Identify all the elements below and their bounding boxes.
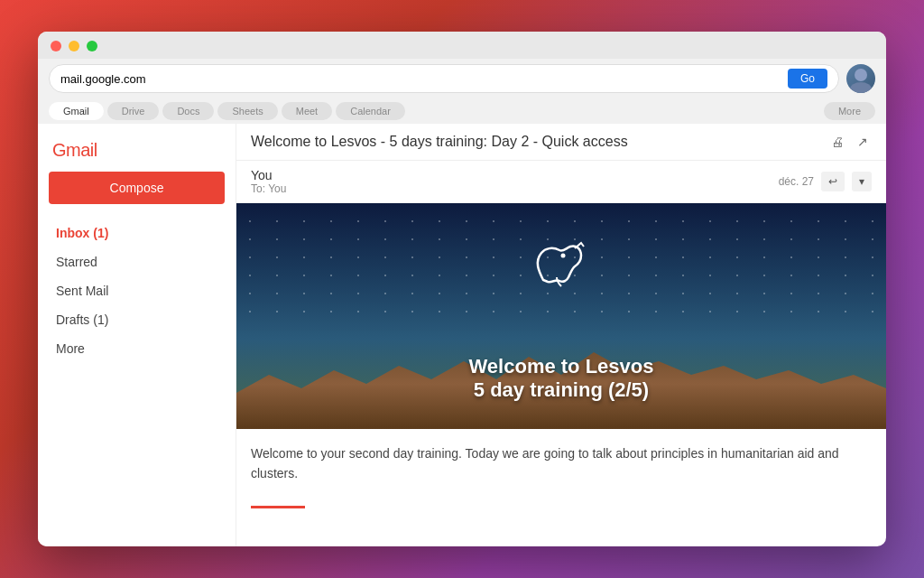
compose-button[interactable]: Compose (49, 172, 225, 204)
email-scroll-area[interactable]: You To: You déc. 27 ↩ ▾ (236, 161, 886, 546)
svg-point-1 (850, 82, 872, 93)
reply-button[interactable]: ↩ (821, 172, 845, 191)
sidebar: Gmail Compose Inbox (1) Starred Sent Mai… (38, 124, 236, 546)
maximize-button[interactable] (87, 41, 97, 51)
email-content: Welcome to Lesvos - 5 days training: Day… (236, 124, 886, 546)
tab-more-right[interactable]: More (824, 102, 875, 120)
gmail-body: Gmail Compose Inbox (1) Starred Sent Mai… (38, 124, 886, 546)
hero-title-line1: Welcome to Lesvos (236, 355, 886, 378)
hero-title-line2: 5 day training (2/5) (236, 378, 886, 402)
email-date: déc. 27 (779, 175, 814, 188)
nav-starred[interactable]: Starred (38, 247, 236, 276)
email-actions: 🖨 ↗ (828, 133, 872, 151)
sender-info: You To: You (251, 168, 286, 195)
tab-meet[interactable]: Meet (282, 102, 332, 120)
nav-drafts[interactable]: Drafts (1) (38, 305, 236, 334)
email-subject-bar: Welcome to Lesvos - 5 days training: Day… (236, 124, 886, 161)
sender-to: To: You (251, 182, 286, 195)
address-bar-container: Go (49, 64, 839, 93)
gmail-logo: Gmail (38, 133, 236, 172)
browser-window: Go Gmail Drive Docs Sheets Meet Calendar… (38, 32, 886, 546)
minimize-button[interactable] (69, 41, 79, 51)
svg-point-2 (561, 254, 566, 258)
nav-inbox[interactable]: Inbox (1) (38, 219, 236, 247)
address-bar-button[interactable]: Go (788, 69, 827, 89)
browser-toolbar: Go (38, 59, 886, 98)
email-meta-bar: You To: You déc. 27 ↩ ▾ (236, 161, 886, 203)
email-body-text: Welcome to your second day training. Tod… (236, 429, 886, 499)
tab-docs[interactable]: Docs (162, 102, 214, 120)
tab-drive[interactable]: Drive (107, 102, 160, 120)
sender-name: You (251, 168, 286, 182)
svg-point-0 (855, 69, 867, 81)
email-date-actions: déc. 27 ↩ ▾ (779, 172, 872, 191)
external-link-icon[interactable]: ↗ (854, 133, 872, 151)
hero-logo (525, 230, 597, 303)
tab-calendar[interactable]: Calendar (336, 102, 405, 120)
nav-more[interactable]: More (38, 334, 236, 363)
close-button[interactable] (51, 41, 61, 51)
avatar[interactable] (846, 64, 875, 93)
more-actions-button[interactable]: ▾ (852, 172, 872, 191)
print-icon[interactable]: 🖨 (828, 133, 846, 151)
address-bar-input[interactable] (60, 72, 788, 86)
hero-image: Welcome to Lesvos 5 day training (2/5) (236, 203, 886, 429)
nav-sent[interactable]: Sent Mail (38, 276, 236, 305)
email-divider (251, 506, 305, 508)
email-subject: Welcome to Lesvos - 5 days training: Day… (251, 134, 628, 150)
tab-pills: Gmail Drive Docs Sheets Meet Calendar (49, 102, 405, 120)
tab-bar: Gmail Drive Docs Sheets Meet Calendar Mo… (38, 98, 886, 124)
tab-sheets[interactable]: Sheets (217, 102, 277, 120)
hero-text: Welcome to Lesvos 5 day training (2/5) (236, 355, 886, 402)
title-bar (38, 32, 886, 59)
tab-gmail[interactable]: Gmail (49, 102, 104, 120)
